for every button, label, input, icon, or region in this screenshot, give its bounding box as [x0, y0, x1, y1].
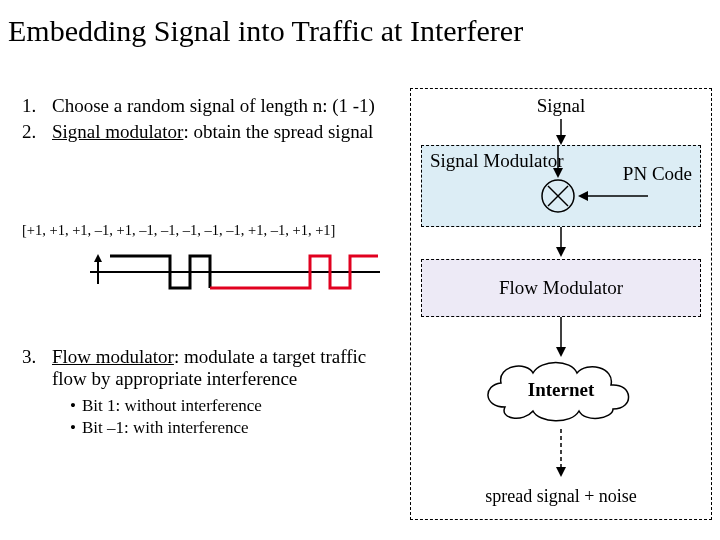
signal-label: Signal	[411, 95, 711, 117]
signal-sequence: [+1, +1, +1, –1, +1, –1, –1, –1, –1, –1,…	[22, 222, 335, 239]
svg-marker-9	[578, 191, 588, 201]
slide-title: Embedding Signal into Traffic at Interfe…	[8, 14, 720, 48]
svg-marker-13	[556, 247, 566, 257]
signal-modulator-label: Signal Modulator	[430, 150, 564, 172]
spread-signal-label: spread signal + noise	[411, 486, 711, 507]
svg-marker-4	[556, 135, 566, 145]
step-1: 1. Choose a random signal of length n: (…	[22, 95, 382, 117]
bullet-bit-minus1: •Bit –1: with interference	[70, 418, 382, 438]
step-1-num: 1.	[22, 95, 52, 117]
step-3-num: 3.	[22, 346, 52, 390]
internet-label: Internet	[411, 379, 711, 401]
steps-list: 1. Choose a random signal of length n: (…	[22, 95, 382, 147]
bullet-bit-1: •Bit 1: without interference	[70, 396, 382, 416]
svg-marker-2	[94, 254, 102, 262]
svg-marker-11	[553, 168, 563, 178]
flow-modulator-box: Flow Modulator	[421, 259, 701, 317]
svg-marker-15	[556, 347, 566, 357]
step-3-block: 3. Flow modulator: modulate a target tra…	[22, 346, 382, 440]
signal-modulator-box: Signal Modulator PN Code	[421, 145, 701, 227]
step-2-num: 2.	[22, 121, 52, 143]
step-2-text: Signal modulator: obtain the spread sign…	[52, 121, 373, 143]
step-1-text: Choose a random signal of length n: (1 -…	[52, 95, 375, 117]
step-2-rest: : obtain the spread signal	[183, 121, 373, 142]
flow-diagram: Signal Signal Modulator PN Code	[410, 88, 712, 520]
signal-waveform	[90, 240, 380, 305]
svg-marker-17	[556, 467, 566, 477]
step-2: 2. Signal modulator: obtain the spread s…	[22, 121, 382, 143]
flow-modulator-label: Flow Modulator	[499, 278, 623, 298]
step-3-bullets: •Bit 1: without interference •Bit –1: wi…	[70, 396, 382, 438]
step-3-link: Flow modulator	[52, 346, 174, 367]
step-2-link: Signal modulator	[52, 121, 183, 142]
pn-code-label: PN Code	[623, 164, 692, 184]
step-3: 3. Flow modulator: modulate a target tra…	[22, 346, 382, 390]
step-3-text: Flow modulator: modulate a target traffi…	[52, 346, 382, 390]
